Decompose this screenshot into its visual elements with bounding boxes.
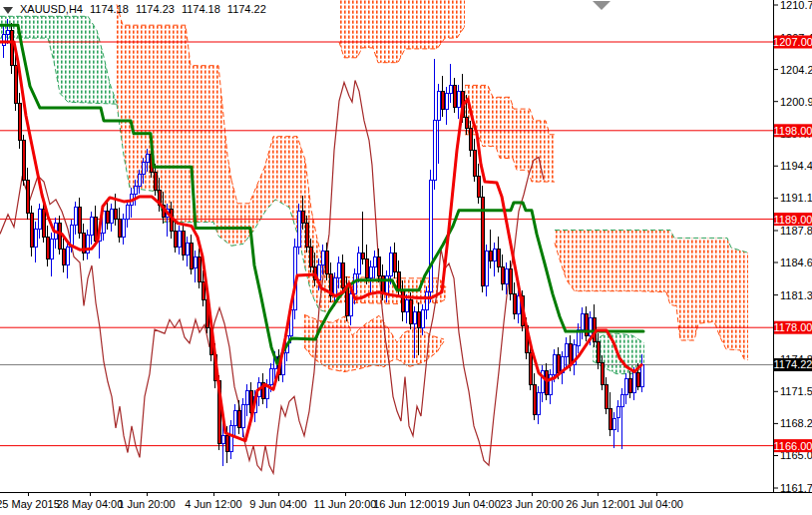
level-price-label-text: 1166.00 xyxy=(774,440,812,452)
candle xyxy=(186,243,189,255)
ohlc-values: 1174.18 1174.23 1174.18 1174.22 xyxy=(90,3,266,15)
candle xyxy=(453,85,456,107)
level-price-label: 1198.00 xyxy=(774,124,812,137)
candle xyxy=(361,253,364,258)
time-tick-label: 9 Jun 04:00 xyxy=(249,498,307,510)
candle xyxy=(485,251,488,286)
current-price-label: 1174.22 xyxy=(774,358,812,371)
candle xyxy=(269,369,272,385)
candle xyxy=(221,436,224,444)
candle xyxy=(170,210,173,232)
candle xyxy=(605,384,608,408)
candle xyxy=(609,408,611,430)
price-chart[interactable]: 1210.751207.451204.201200.951197.701194.… xyxy=(0,0,812,515)
candle xyxy=(34,230,37,248)
candle xyxy=(194,257,197,268)
candle xyxy=(202,282,204,300)
candle xyxy=(513,294,516,314)
price-axis[interactable]: 1210.751207.451204.201200.951197.701194.… xyxy=(773,0,812,494)
candle xyxy=(6,30,9,34)
candle xyxy=(178,232,181,248)
candle xyxy=(154,172,157,190)
time-axis[interactable]: 25 May 201528 May 04:001 Jun 20:004 Jun … xyxy=(0,492,683,510)
candle xyxy=(601,363,604,385)
candle xyxy=(58,224,61,250)
candle xyxy=(473,151,476,177)
candle xyxy=(341,262,344,288)
level-price-label: 1189.00 xyxy=(774,213,812,226)
candle xyxy=(138,174,141,186)
candle xyxy=(122,220,125,238)
symbol-dropdown-icon[interactable] xyxy=(3,7,13,14)
time-tick-label: 23 Jun 20:00 xyxy=(500,498,564,510)
candle xyxy=(620,394,623,406)
candle xyxy=(557,355,560,373)
candle xyxy=(489,251,492,260)
candle xyxy=(369,266,372,278)
candle xyxy=(517,296,520,314)
price-tick-label: 1191.15 xyxy=(780,192,812,204)
candle xyxy=(632,373,635,393)
candle xyxy=(405,300,408,312)
candle xyxy=(337,262,340,278)
candle xyxy=(397,272,400,290)
candle xyxy=(533,384,536,414)
level-price-label: 1207.00 xyxy=(773,36,812,49)
candle xyxy=(114,210,117,220)
candle xyxy=(349,294,352,316)
candle xyxy=(401,290,404,312)
candle xyxy=(174,232,177,248)
symbol-period: XAUUSD,H4 xyxy=(20,3,83,15)
candle xyxy=(429,180,432,292)
candle xyxy=(182,232,185,256)
candle xyxy=(357,253,360,274)
candle xyxy=(553,355,556,375)
price-tick-label: 1181.30 xyxy=(780,289,812,301)
candle xyxy=(373,257,376,266)
level-price-label: 1166.00 xyxy=(774,439,812,452)
candle xyxy=(321,251,324,264)
candle xyxy=(38,210,41,230)
candle xyxy=(94,218,97,242)
candle xyxy=(305,224,308,248)
chart-shift-marker-icon[interactable] xyxy=(593,1,610,10)
candle xyxy=(241,404,244,428)
candle xyxy=(66,247,69,264)
candle xyxy=(90,218,93,236)
price-tick-label: 1200.95 xyxy=(780,96,812,108)
candle xyxy=(377,257,380,276)
ichimoku-cloud-orange xyxy=(117,5,231,247)
candle xyxy=(624,379,627,395)
candle xyxy=(597,341,600,363)
candle xyxy=(445,93,448,109)
price-tick-label: 1194.40 xyxy=(780,160,812,172)
candle xyxy=(325,251,328,274)
candle xyxy=(78,208,81,234)
candle xyxy=(198,257,201,282)
ichimoku-cloud-orange xyxy=(231,137,329,313)
candle xyxy=(565,343,568,357)
candle xyxy=(469,129,472,151)
candle xyxy=(616,406,619,418)
candle xyxy=(393,253,396,272)
candle xyxy=(301,212,304,224)
candle xyxy=(10,30,13,65)
candle xyxy=(501,266,504,284)
price-tick-label: 1168.25 xyxy=(780,417,812,429)
ichimoku-cloud-orange xyxy=(339,0,465,63)
candle xyxy=(409,300,412,324)
candle xyxy=(640,365,643,387)
price-tick-label: 1161.70 xyxy=(780,482,812,494)
candle xyxy=(297,212,300,248)
ohlc-low: 1174.18 xyxy=(182,3,220,15)
candle xyxy=(309,247,312,266)
candle xyxy=(449,85,452,93)
candle xyxy=(229,426,232,452)
price-tick-label: 1184.60 xyxy=(780,257,812,268)
candle xyxy=(42,210,45,238)
candle xyxy=(545,371,548,395)
price-tick-label: 1171.50 xyxy=(780,385,812,397)
candle xyxy=(421,309,424,327)
candle xyxy=(389,253,392,276)
chart-plot-area[interactable] xyxy=(0,0,773,473)
